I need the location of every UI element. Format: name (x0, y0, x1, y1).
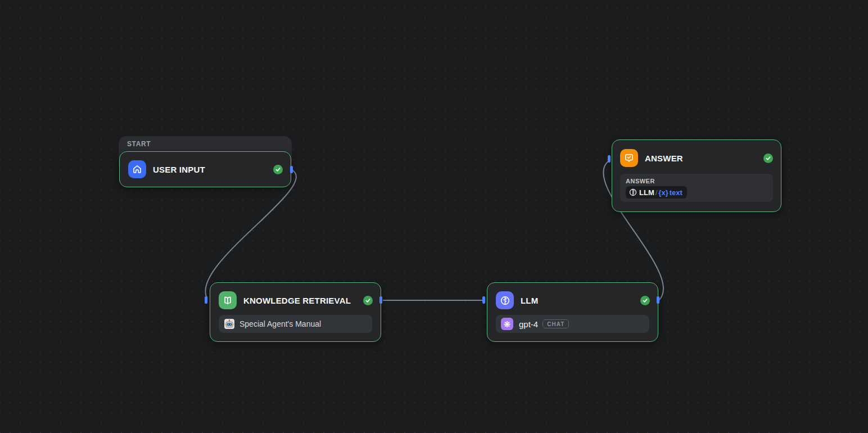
edge-user-input-to-knowledge-retrieval[interactable] (205, 170, 296, 298)
brain-circle-icon (496, 291, 514, 309)
llm-header: LLM (487, 283, 658, 315)
node-user-input[interactable]: USER INPUT (119, 151, 291, 187)
edge-layer (0, 0, 868, 433)
node-answer[interactable]: ANSWER ANSWER LLM / {x} text (612, 139, 781, 212)
user-input-header: USER INPUT (120, 152, 291, 186)
answer-header: ANSWER (612, 140, 781, 174)
variable-field-name: text (670, 188, 682, 197)
success-status-icon (273, 165, 283, 174)
openai-icon: ❋ (501, 318, 513, 330)
node-title: KNOWLEDGE RETRIEVAL (243, 296, 351, 305)
home-icon (128, 160, 146, 178)
variable-chip[interactable]: LLM / {x} text (626, 186, 687, 199)
start-group-label: START (119, 136, 292, 148)
brain-circle-icon (629, 188, 637, 196)
variable-node-name: LLM (639, 188, 654, 197)
model-name: gpt-4 (519, 319, 538, 329)
success-status-icon (363, 296, 373, 305)
robot-emoji-icon (224, 318, 235, 330)
dataset-name: Special Agent's Manual (239, 319, 321, 328)
answer-panel-label: ANSWER (626, 178, 767, 184)
node-title: LLM (521, 296, 538, 305)
answer-output-panel: ANSWER LLM / {x} text (620, 174, 773, 202)
dataset-row[interactable]: Special Agent's Manual (219, 315, 372, 333)
handle-knowledge-retrieval-source[interactable] (379, 296, 382, 304)
variable-separator: / (655, 188, 658, 197)
chat-check-icon (620, 149, 638, 167)
model-mode-badge: CHAT (542, 319, 569, 328)
handle-knowledge-retrieval-target[interactable] (205, 296, 207, 304)
variable-x-icon: {x} (658, 188, 668, 197)
node-title: USER INPUT (153, 165, 205, 174)
node-llm[interactable]: LLM ❋ gpt-4 CHAT (487, 282, 658, 342)
handle-llm-source[interactable] (657, 296, 659, 304)
model-row[interactable]: ❋ gpt-4 CHAT (496, 315, 649, 333)
knowledge-retrieval-header: KNOWLEDGE RETRIEVAL (210, 283, 381, 315)
workflow-canvas[interactable]: START USER INPUT KNOWLEDGE RET (0, 0, 868, 433)
success-status-icon (763, 154, 773, 163)
node-knowledge-retrieval[interactable]: KNOWLEDGE RETRIEVAL Special Agent's Manu… (210, 282, 381, 342)
handle-llm-target[interactable] (482, 296, 485, 304)
open-book-icon (219, 291, 237, 309)
node-title: ANSWER (645, 154, 683, 163)
handle-answer-target[interactable] (608, 155, 611, 163)
handle-user-input-source[interactable] (290, 166, 293, 173)
success-status-icon (640, 296, 650, 305)
